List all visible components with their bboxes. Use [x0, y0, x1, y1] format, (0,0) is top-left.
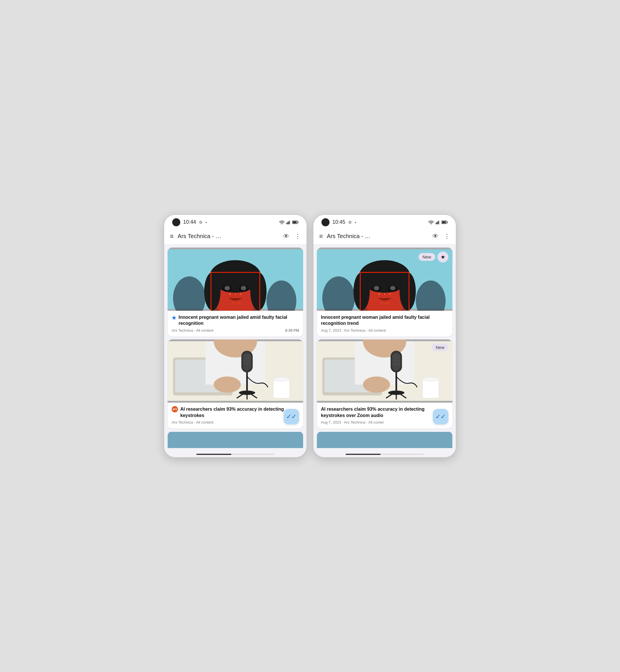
card-date-3: Aug 7, 2023 · Ars Technica - All content: [321, 328, 386, 333]
svg-point-73: [390, 286, 396, 290]
status-bar-left: 10:44 ⚙ ▪: [164, 215, 307, 229]
phone-left: 10:44 ⚙ ▪: [164, 214, 307, 458]
svg-rect-103: [317, 432, 452, 448]
svg-point-16: [204, 272, 220, 310]
article-image-2: [168, 339, 303, 402]
svg-point-80: [388, 301, 390, 304]
hamburger-menu-left[interactable]: ≡: [169, 232, 175, 241]
more-options-right[interactable]: ⋮: [443, 232, 451, 241]
card-body-2: ars AI researchers claim 93% accuracy in…: [168, 402, 303, 428]
svg-point-24: [235, 293, 236, 295]
svg-point-35: [214, 377, 241, 393]
svg-point-21: [241, 286, 246, 290]
svg-rect-1: [287, 223, 287, 224]
svg-point-23: [229, 293, 231, 295]
card-body-1: ★ Innocent pregnant woman jailed amid fa…: [168, 311, 303, 337]
card-title-3: Innocent pregnant woman jailed amid faul…: [321, 314, 448, 327]
article-card-4[interactable]: New AI researchers claim 93% accuracy in…: [317, 339, 452, 428]
svg-point-77: [389, 293, 391, 295]
camera-dot: [172, 218, 180, 226]
svg-rect-7: [293, 221, 297, 223]
card-source-2: Ars Technica - All content: [172, 420, 214, 425]
svg-rect-2: [288, 222, 289, 224]
svg-point-69: [400, 272, 416, 310]
card-body-4: AI researchers claim 93% accuracy in det…: [317, 402, 452, 428]
card-title-1: ★ Innocent pregnant woman jailed amid fa…: [172, 314, 299, 327]
settings-status-icon-left: ⚙: [199, 220, 203, 225]
svg-point-26: [231, 302, 234, 304]
mark-read-fab-right[interactable]: ✓✓: [433, 409, 448, 425]
svg-point-76: [384, 293, 385, 295]
card-title-2: ars AI researchers claim 93% accuracy in…: [172, 406, 299, 419]
status-right-left: [279, 220, 299, 224]
face-svg-1: [168, 247, 303, 311]
signal-icon-right: [436, 220, 440, 224]
svg-point-27: [236, 302, 238, 305]
progress-bar-container-left: [168, 451, 303, 457]
status-time-left: 10:44: [183, 219, 196, 225]
ars-icon-1: ars: [172, 406, 178, 413]
svg-point-28: [238, 301, 241, 304]
sim-status-icon-left: ▪: [206, 220, 207, 225]
card-meta-3: Aug 7, 2023 · Ars Technica - All content: [321, 328, 448, 333]
more-options-left[interactable]: ⋮: [293, 232, 302, 241]
partial-image-left: [168, 431, 303, 448]
card-time-1: 8:39 PM: [285, 328, 299, 333]
phones-container: 10:44 ⚙ ▪: [158, 208, 462, 464]
top-bar-right: ≡ Ars Technica - … 👁 ⋮: [313, 229, 456, 244]
card-date-4: Aug 7, 2023 · Ars Technica - All conter: [321, 420, 384, 425]
svg-rect-54: [437, 222, 438, 224]
partial-card-right: [317, 431, 452, 448]
progress-fill-left: [196, 454, 231, 455]
svg-point-78: [381, 302, 383, 304]
status-left: 10:44 ⚙ ▪: [172, 218, 207, 226]
new-badge-3: New: [418, 253, 435, 261]
svg-rect-4: [290, 220, 291, 224]
article-card-1[interactable]: ★ Innocent pregnant woman jailed amid fa…: [168, 247, 303, 337]
svg-rect-56: [439, 220, 440, 224]
badge-container-3: New ★: [418, 251, 448, 262]
svg-point-52: [431, 224, 432, 224]
progress-bar-container-right: [317, 451, 452, 457]
svg-rect-42: [243, 353, 251, 371]
app-title-left: Ars Technica - …: [178, 233, 279, 240]
svg-rect-55: [438, 221, 439, 224]
card-body-3: Innocent pregnant woman jailed amid faul…: [317, 311, 452, 337]
svg-point-79: [385, 302, 387, 305]
status-time-right: 10:45: [332, 219, 345, 225]
badge-container-4: New: [432, 343, 448, 351]
sim-status-icon-right: ▪: [355, 220, 356, 225]
svg-rect-6: [298, 222, 299, 223]
top-bar-left: ≡ Ars Technica - … 👁 ⋮: [164, 229, 307, 244]
svg-rect-94: [392, 353, 400, 371]
progress-bar-left: [196, 454, 274, 455]
svg-point-101: [422, 377, 439, 381]
svg-rect-3: [289, 221, 290, 224]
hamburger-menu-right[interactable]: ≡: [318, 232, 324, 241]
mic-svg-1: [168, 339, 303, 402]
card-meta-1: Ars Technica - All content 8:39 PM: [172, 328, 299, 333]
wifi-icon-right: [428, 220, 434, 224]
status-left-right: 10:45 ⚙ ▪: [321, 218, 356, 226]
content-right: New ★ Innocent pregnant woman jailed ami…: [313, 244, 456, 457]
article-card-3[interactable]: New ★ Innocent pregnant woman jailed ami…: [317, 247, 452, 337]
star-icon-1: ★: [172, 315, 176, 321]
svg-rect-100: [422, 379, 439, 398]
battery-icon-right: [442, 221, 448, 224]
eye-icon-left[interactable]: 👁: [282, 232, 291, 241]
content-left: ★ Innocent pregnant woman jailed amid fa…: [164, 244, 307, 457]
svg-point-49: [273, 377, 290, 381]
svg-rect-59: [442, 221, 446, 223]
article-card-2[interactable]: ars AI researchers claim 93% accuracy in…: [168, 339, 303, 428]
svg-point-20: [224, 286, 230, 290]
svg-point-25: [240, 293, 242, 295]
eye-icon-right[interactable]: 👁: [431, 232, 440, 241]
camera-dot-right: [321, 218, 329, 226]
mark-read-fab-left[interactable]: ✓✓: [283, 409, 299, 425]
card-title-4: AI researchers claim 93% accuracy in det…: [321, 406, 448, 419]
wifi-icon-left: [279, 220, 285, 224]
svg-point-87: [363, 377, 390, 393]
progress-fill-right: [346, 454, 380, 455]
card-source-1: Ars Technica - All content: [172, 328, 214, 333]
article-image-1: [168, 247, 303, 311]
